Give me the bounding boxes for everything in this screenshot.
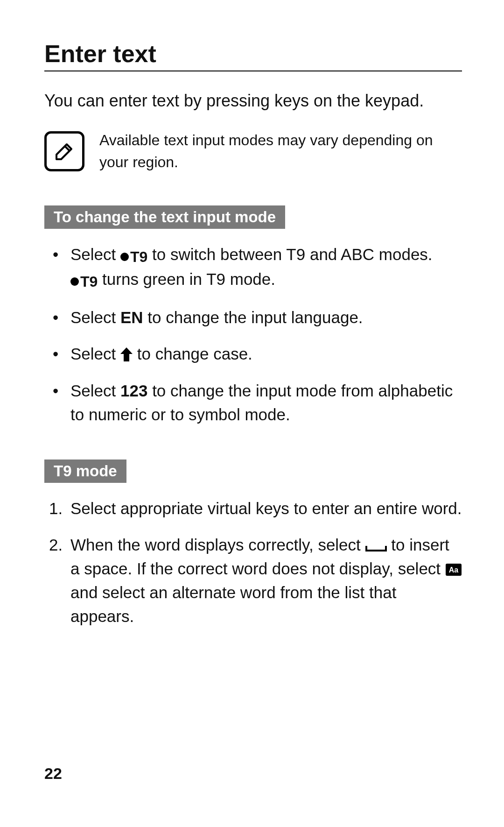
t9-indicator-icon: T9 [70,271,98,292]
section-header-change-mode: To change the text input mode [44,205,285,229]
dictionary-aa-icon: Aa [445,563,462,576]
text-fragment: When the word displays correctly, select [70,536,365,554]
text-fragment: Select [70,345,120,363]
section-header-t9-mode: T9 mode [44,459,126,483]
list-item: When the word displays correctly, select… [49,533,462,628]
page-title: Enter text [44,40,462,68]
text-fragment: Select [70,308,120,326]
note-block: Available text input modes may vary depe… [44,129,462,173]
text-fragment: to change the input language. [143,308,363,326]
text-fragment: and select an alternate word from the li… [70,583,396,625]
manual-page: Enter text You can enter text by pressin… [0,0,504,628]
text-fragment: turns green in T9 mode. [98,270,275,288]
step-list-t9: Select appropriate virtual keys to enter… [44,497,462,629]
en-label: EN [120,308,143,326]
shift-arrow-icon [120,347,133,361]
text-fragment: Select [70,382,120,400]
title-rule [44,71,462,71]
t9-indicator-icon: T9 [120,246,147,268]
list-item: Select appropriate virtual keys to enter… [49,497,462,521]
list-item: Select 123 to change the input mode from… [67,379,462,427]
text-fragment: to change case. [133,345,252,363]
note-text: Available text input modes may vary depe… [99,129,462,173]
t9-label: T9 [130,246,147,268]
list-item: Select T9 to switch between T9 and ABC m… [67,243,462,292]
list-item: Select to change case. [67,342,462,366]
list-item: Select EN to change the input language. [67,306,462,330]
text-fragment: Select [70,245,120,263]
space-bar-icon [365,545,387,552]
t9-label: T9 [80,271,98,292]
page-number: 22 [44,764,62,783]
bullet-list-change-mode: Select T9 to switch between T9 and ABC m… [44,243,462,426]
num-label: 123 [120,382,147,400]
pencil-note-icon [44,131,84,171]
text-fragment: to switch between T9 and ABC modes. [147,245,432,263]
svg-text:Aa: Aa [449,566,459,574]
intro-text: You can enter text by pressing keys on t… [44,89,462,113]
